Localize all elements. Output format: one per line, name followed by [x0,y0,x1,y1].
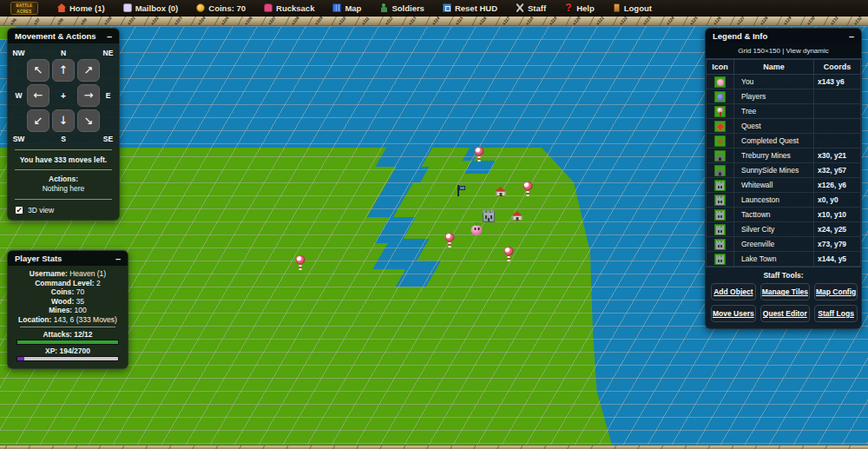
nav-item-label: Coins: 70 [208,3,246,13]
ruler-tickmark [706,17,712,26]
tree-sprite[interactable] [296,255,306,270]
city-legend-icon [714,224,726,235]
legend-info-panel: Legend & Info – Grid 150×150 | View dyna… [705,28,862,329]
manage-tiles-button[interactable]: Manage Tiles [760,283,810,300]
add-object-button[interactable]: Add Object [711,283,756,300]
nav-item-label: Reset HUD [455,3,497,13]
map-config-button[interactable]: Map Config [814,283,858,300]
player-stats-title: Player Stats [15,254,62,263]
movement-minimize-button[interactable]: – [107,33,112,40]
ruler-tick-label: x107 [266,17,277,26]
move-users-button[interactable]: Move Users [711,305,756,322]
tree-sprite[interactable] [523,182,533,196]
tree-sprite[interactable] [475,147,484,162]
ruler-tick-label: x104 [196,17,207,26]
legend-row-sunnyside-mines: SunnySide Minesx32, y57 [707,163,861,178]
legend-name-cell: Tree [734,104,814,119]
tree-sprite[interactable] [504,247,514,261]
legend-name-cell: Silver City [734,222,814,237]
ruler-tickmark [426,446,430,449]
player-sprite[interactable] [471,225,483,235]
legend-row-you: Youx143 y6 [707,75,861,89]
ruler-tickmark [637,446,641,449]
battle-acres-logo[interactable]: BATTLE ACRES [10,2,38,15]
ruler-tickmark [307,17,313,26]
legend-name-cell: Lake Town [734,252,814,267]
ruler-tickmark [260,17,266,26]
ruler-tickmark [471,17,477,26]
ruler-tickmark [28,446,31,449]
ruler-tick-label: x100 [102,17,113,26]
legend-row-tree: Tree [707,104,861,119]
player-stats-minimize-button[interactable]: – [115,255,121,262]
nav-item-rucksack[interactable]: Rucksack [264,3,314,13]
ruler-tick-label: x114 [431,17,441,26]
ruler-tick-label: x126 [712,17,722,26]
divider [15,149,112,150]
quest-done-legend-icon [714,135,726,147]
nav-item-reset-hud[interactable]: Reset HUD [443,3,497,13]
move-nw-button[interactable]: ↖ [27,59,49,82]
staff-tools-buttons: Add ObjectManage TilesMap ConfigMove Use… [711,283,856,322]
nav-item-coins[interactable]: Coins: 70 [196,3,246,13]
3d-view-checkbox[interactable] [15,206,23,215]
ruler-tick-label: x123 [641,17,652,26]
legend-minimize-button[interactable]: – [849,33,854,40]
move-n-button[interactable]: ↑ [52,59,75,82]
ruler-tickmark [846,17,852,26]
ruler-tickmark [778,446,781,449]
tree-trunk [527,189,529,196]
move-s-button[interactable]: ↓ [52,109,75,132]
ruler-tickmark [379,446,383,449]
legend-column-header: Coords [814,60,861,75]
ruler-tickmark [49,17,56,26]
move-e-button[interactable]: → [77,84,100,107]
legend-row-tacttown: Tacttownx10, y10 [707,208,861,222]
house-sprite[interactable] [512,211,523,221]
ruler-tickmark [424,17,431,26]
quest-editor-button[interactable]: Quest Editor [760,305,810,322]
logout-icon [614,3,620,12]
legend-row-treburry-mines: Treburry Minesx30, y21 [707,149,861,163]
castle-sprite[interactable] [483,212,495,222]
ruler-tickmark [284,17,290,26]
ruler-tickmark [661,446,664,449]
nav-item-home[interactable]: Home (1) [57,3,105,13]
nav-item-label: Soldiers [391,3,424,13]
compass-label-sw: SW [13,135,25,143]
move-ne-button[interactable]: ↗ [77,59,100,82]
move-se-button[interactable]: ↘ [77,109,100,132]
ruler-tick-label: x116 [477,17,488,26]
ruler-tickmark [799,17,806,26]
legend-title: Legend & Info [713,31,767,41]
tree-sprite[interactable] [445,233,455,248]
move-sw-button[interactable]: ↙ [27,109,49,132]
ruler-tick-label: x127 [735,17,746,26]
ruler-tickmark [543,446,547,449]
move-w-button[interactable]: ← [27,84,49,107]
nav-item-logout[interactable]: Logout [613,3,652,13]
flag-sprite[interactable] [457,185,465,196]
ruler-tickmark [239,446,242,449]
nav-item-help[interactable]: Help [564,3,595,13]
movement-actions-panel: Movement & Actions – NW N NE ↖ ↑ ↗ W ← +… [7,28,120,221]
ruler-tick-label: x99 [79,17,88,26]
staff-logs-button[interactable]: Staff Logs [814,305,858,322]
ruler-tickmark [401,17,407,26]
compass-center-mark: + [61,91,66,101]
coins-icon [196,3,205,12]
ruler-tickmark [473,446,477,449]
ruler-tickmark [4,446,8,449]
soldiers-icon [379,3,388,12]
ruler-tickmark [590,446,594,449]
legend-row-lake-town: Lake Townx144, y5 [707,252,861,267]
compass-label-n: N [61,49,66,57]
nav-item-soldiers[interactable]: Soldiers [379,3,424,13]
nav-item-staff[interactable]: Staff [516,3,546,13]
ruler-tickmark [635,17,641,26]
nav-item-map[interactable]: Map [332,3,361,13]
house-sprite[interactable] [496,187,507,196]
ruler-tickmark [120,17,126,26]
nav-item-mailbox[interactable]: Mailbox (0) [123,3,179,13]
rucksack-icon [264,3,273,12]
